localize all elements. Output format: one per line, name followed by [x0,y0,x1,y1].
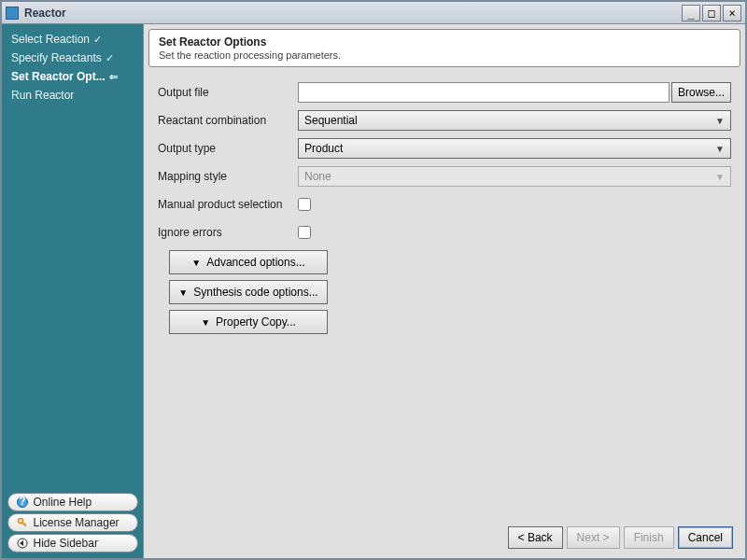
page-header: Set Reactor Options Set the reaction pro… [148,29,740,67]
titlebar[interactable]: Reactor _ □ × [2,2,745,24]
advanced-options-button[interactable]: ▼ Advanced options... [169,250,328,274]
window-title: Reactor [24,7,680,20]
finish-button: Finish [624,526,674,549]
maximize-button[interactable]: □ [702,5,721,21]
button-label: License Manager [34,516,120,529]
svg-marker-6 [20,540,23,546]
button-label: Hide Sidebar [34,537,98,550]
page-subtitle: Set the reaction processing parameters. [159,49,730,61]
step-label: Specify Reactants [11,51,102,64]
app-window: Reactor _ □ × Select Reaction ✓ Specify … [0,0,747,560]
output-file-input[interactable] [298,82,669,103]
step-set-reactor-options[interactable]: Set Reactor Opt... ⇐ [9,67,139,86]
triangle-down-icon: ▼ [178,287,188,298]
select-value: None [304,170,331,183]
manual-selection-label: Manual product selection [158,198,298,211]
svg-text:?: ? [19,497,25,508]
main-panel: Set Reactor Options Set the reaction pro… [144,24,745,558]
mapping-style-select: None ▼ [298,166,731,187]
collapse-icon [16,537,29,550]
app-icon [6,7,19,20]
button-label: Synthesis code options... [193,286,317,299]
back-button[interactable]: < Back [508,526,563,549]
select-value: Product [304,142,343,155]
minimize-button[interactable]: _ [682,5,700,21]
ignore-errors-checkbox[interactable] [298,226,311,239]
wizard-steps: Select Reaction ✓ Specify Reactants ✓ Se… [2,24,143,110]
close-button[interactable]: × [723,5,741,21]
sidebar-buttons: ? Online Help License Manager Hide Sideb… [2,487,143,558]
chevron-down-icon: ▼ [715,144,725,154]
browse-button[interactable]: Browse... [671,82,731,103]
output-type-label: Output type [158,142,298,155]
svg-line-4 [24,524,26,525]
button-label: Online Help [34,496,92,509]
chevron-down-icon: ▼ [715,116,725,126]
license-manager-button[interactable]: License Manager [7,513,138,532]
reactant-combination-label: Reactant combination [158,114,298,127]
options-form: Output file Browse... Reactant combinati… [148,67,740,519]
step-select-reaction[interactable]: Select Reaction ✓ [9,30,139,49]
current-arrow-icon: ⇐ [109,71,118,83]
button-label: Advanced options... [206,256,304,269]
select-value: Sequential [304,114,358,127]
cancel-button[interactable]: Cancel [678,526,733,549]
triangle-down-icon: ▼ [201,317,210,328]
mapping-style-label: Mapping style [158,170,298,183]
sidebar-spacer [2,110,143,487]
sidebar: Select Reaction ✓ Specify Reactants ✓ Se… [2,24,144,558]
check-icon: ✓ [93,34,102,46]
hide-sidebar-button[interactable]: Hide Sidebar [7,534,138,553]
key-icon [16,516,29,529]
row-reactant-combination: Reactant combination Sequential ▼ [158,108,731,133]
check-icon: ✓ [106,52,114,64]
page-title: Set Reactor Options [159,35,730,49]
button-label: Property Copy... [216,315,296,329]
help-icon: ? [16,496,29,509]
online-help-button[interactable]: ? Online Help [7,493,138,511]
manual-selection-checkbox[interactable] [298,198,311,211]
ignore-errors-label: Ignore errors [158,226,298,239]
step-label: Set Reactor Opt... [11,70,106,83]
row-ignore-errors: Ignore errors [158,220,731,245]
row-output-file: Output file Browse... [158,80,731,105]
step-label: Run Reactor [11,89,74,102]
output-type-select[interactable]: Product ▼ [298,138,731,159]
wizard-footer: < Back Next > Finish Cancel [148,519,740,558]
row-mapping-style: Mapping style None ▼ [158,164,731,189]
reactant-combination-select[interactable]: Sequential ▼ [298,110,731,131]
step-label: Select Reaction [11,33,90,46]
body: Select Reaction ✓ Specify Reactants ✓ Se… [2,24,745,558]
property-copy-button[interactable]: ▼ Property Copy... [169,310,328,334]
chevron-down-icon: ▼ [715,172,725,182]
row-output-type: Output type Product ▼ [158,136,731,161]
step-run-reactor[interactable]: Run Reactor [9,86,139,105]
synthesis-code-options-button[interactable]: ▼ Synthesis code options... [169,280,328,304]
step-specify-reactants[interactable]: Specify Reactants ✓ [9,49,139,67]
output-file-label: Output file [158,86,298,99]
next-button: Next > [567,526,620,549]
row-manual-selection: Manual product selection [158,192,731,217]
triangle-down-icon: ▼ [191,258,201,268]
